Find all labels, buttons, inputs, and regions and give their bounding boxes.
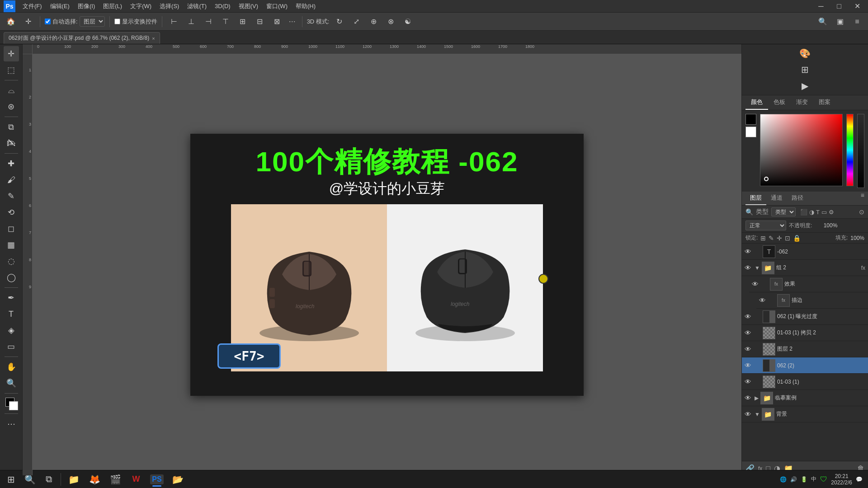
layer-vis-effect[interactable]: 👁 (752, 280, 760, 288)
layer-expand-bg[interactable]: ▼ (755, 411, 760, 418)
tool-extra[interactable]: ⋯ (4, 416, 19, 432)
tool-history[interactable]: ⟲ (4, 205, 19, 220)
color-fg-bg[interactable] (4, 396, 19, 411)
taskbar-photoshop[interactable]: PS (147, 471, 167, 488)
taskbar-media[interactable]: 🎬 (105, 471, 125, 488)
layer-item-layer2[interactable]: 👁 图层 2 (742, 341, 868, 357)
3d-rotate[interactable]: ↻ (332, 14, 346, 29)
3d-orbit[interactable]: ⊗ (383, 14, 398, 29)
layer-item-effect[interactable]: 👁 fx 效果 (749, 276, 868, 292)
align-center-v[interactable]: ⊥ (184, 14, 198, 29)
fill-value[interactable]: 100% (850, 235, 864, 241)
lock-all-icon[interactable]: 🔒 (793, 235, 801, 242)
3d-zoom[interactable]: ⊕ (366, 14, 381, 29)
menu-select[interactable]: 选择(S) (156, 1, 183, 11)
right-panel-adj-icon[interactable]: ⊞ (798, 62, 812, 77)
layers-tab-paths[interactable]: 路径 (787, 192, 808, 205)
tab-pattern[interactable]: 图案 (813, 95, 836, 110)
align-bottom[interactable]: ⊟ (253, 14, 267, 29)
layer-vis-01-03-2[interactable]: 👁 (745, 329, 753, 337)
menu-view[interactable]: 视图(V) (235, 1, 262, 11)
layer-expand-copy[interactable]: ▶ (755, 395, 759, 401)
tool-quick-select[interactable]: ⊛ (4, 99, 19, 114)
tool-dodge[interactable]: ◯ (4, 270, 19, 285)
tool-pen[interactable]: ✒ (4, 290, 19, 305)
filter-shape-icon[interactable]: ▭ (821, 209, 827, 216)
layer-vis-bg[interactable]: 👁 (745, 410, 753, 418)
opacity-value[interactable]: 100% (815, 222, 837, 229)
move-tool[interactable]: ✛ (21, 14, 35, 29)
layers-tab-layers[interactable]: 图层 (745, 192, 766, 205)
menu-3d[interactable]: 3D(D) (211, 2, 234, 10)
taskbar-firefox[interactable]: 🦊 (85, 471, 104, 488)
window-close[interactable]: ✕ (850, 0, 864, 14)
tool-path-select[interactable]: ◈ (4, 323, 19, 338)
layer-item-062-text[interactable]: 👁 T -062 (742, 244, 868, 260)
show-transform-checkbox[interactable] (114, 19, 120, 24)
menu-layer[interactable]: 图层(L) (99, 1, 126, 11)
menu-filter[interactable]: 滤镜(T) (184, 1, 210, 11)
lock-move-icon[interactable]: ✛ (777, 235, 782, 242)
layer-vis-062-2[interactable]: 👁 (745, 361, 753, 369)
3d-pan[interactable]: ⤢ (349, 14, 363, 29)
layer-dropdown[interactable]: 图层 (80, 16, 105, 27)
layer-vis-copy[interactable]: 👁 (745, 394, 753, 402)
menu-file[interactable]: 文件(F) (19, 1, 46, 11)
layers-tab-channels[interactable]: 通道 (766, 192, 787, 205)
extras[interactable]: ≡ (850, 14, 864, 29)
tool-move[interactable]: ✛ (4, 46, 19, 61)
tool-brush[interactable]: 🖌 (4, 172, 19, 188)
layer-item-01-03-1[interactable]: 👁 01-03 (1) (742, 374, 868, 390)
layer-vis-icon[interactable]: 👁 (745, 248, 753, 255)
color-alpha-bar[interactable] (857, 114, 864, 188)
menu-image[interactable]: 图像(I) (74, 1, 99, 11)
tool-eyedropper[interactable]: 🖎 (4, 136, 19, 151)
canvas-scroll[interactable]: 100个精修教程 -062 @学设计的小豆芽 (33, 54, 741, 475)
color-hue-bar[interactable] (846, 114, 854, 186)
align-extra[interactable]: ⊠ (270, 14, 284, 29)
tool-gradient[interactable]: ▦ (4, 237, 19, 253)
tool-zoom[interactable]: 🔍 (4, 375, 19, 391)
view-options[interactable]: ▣ (833, 14, 847, 29)
layer-item-062-1[interactable]: 👁 062 (1) 曝光过度 (742, 309, 868, 325)
window-maximize[interactable]: □ (832, 0, 846, 14)
menu-type[interactable]: 文字(W) (127, 1, 155, 11)
menu-help[interactable]: 帮助(H) (292, 1, 319, 11)
blend-mode-dropdown[interactable]: 正常 (745, 221, 786, 230)
tool-eraser[interactable]: ◻ (4, 221, 19, 236)
align-center-h[interactable]: ⊞ (236, 14, 250, 29)
layer-item-bg[interactable]: 👁 ▼ 📁 背景 (742, 406, 868, 422)
taskbar-file-explorer-1[interactable]: 📁 (64, 471, 84, 488)
layer-item-copy-group[interactable]: 👁 ▶ 📁 临摹案例 (742, 390, 868, 406)
tool-shape[interactable]: ▭ (4, 339, 19, 354)
filter-smart-icon[interactable]: ⚙ (829, 209, 834, 216)
align-left[interactable]: ⊢ (167, 14, 181, 29)
canvas-container[interactable]: 0 100 200 300 400 500 600 700 800 900 10… (23, 44, 741, 475)
menu-edit[interactable]: 编辑(E) (47, 1, 73, 11)
layer-item-01-03-copy2[interactable]: 👁 01-03 (1) 拷贝 2 (742, 325, 868, 341)
layer-vis-layer2[interactable]: 👁 (745, 345, 753, 353)
lock-brush-icon[interactable]: ✎ (769, 235, 774, 242)
lock-artboard-icon[interactable]: ⊡ (785, 235, 790, 242)
filter-toggle-icon[interactable]: ⊙ (859, 208, 864, 216)
tool-lasso[interactable]: ⌓ (4, 83, 19, 98)
right-panel-play-icon[interactable]: ▶ (798, 79, 812, 93)
tab-swatch[interactable]: 色板 (768, 95, 791, 110)
layer-expand-g2[interactable]: ▼ (755, 265, 760, 271)
layer-item-stroke[interactable]: 👁 fx 描边 (756, 292, 868, 309)
home-btn[interactable]: 🏠 (4, 14, 18, 29)
color-gradient-field[interactable] (760, 114, 843, 186)
lock-checkerboard-icon[interactable]: ⊞ (760, 235, 766, 242)
layer-vis-g2[interactable]: 👁 (745, 264, 753, 272)
tool-stamp[interactable]: ✎ (4, 188, 19, 204)
bg-color-swatch[interactable] (745, 127, 756, 137)
layer-vis-062-1[interactable]: 👁 (745, 313, 753, 320)
start-button[interactable]: ⊞ (2, 471, 20, 488)
tool-heal[interactable]: ✚ (4, 156, 19, 171)
filter-pixel-icon[interactable]: ⬛ (800, 209, 807, 216)
layer-vis-01-03-1[interactable]: 👁 (745, 378, 753, 385)
tool-crop[interactable]: ⧉ (4, 119, 19, 135)
taskbar-file-explorer-2[interactable]: 📂 (168, 471, 188, 488)
filter-adj-icon[interactable]: ◑ (809, 209, 814, 216)
align-right[interactable]: ⊣ (201, 14, 216, 29)
